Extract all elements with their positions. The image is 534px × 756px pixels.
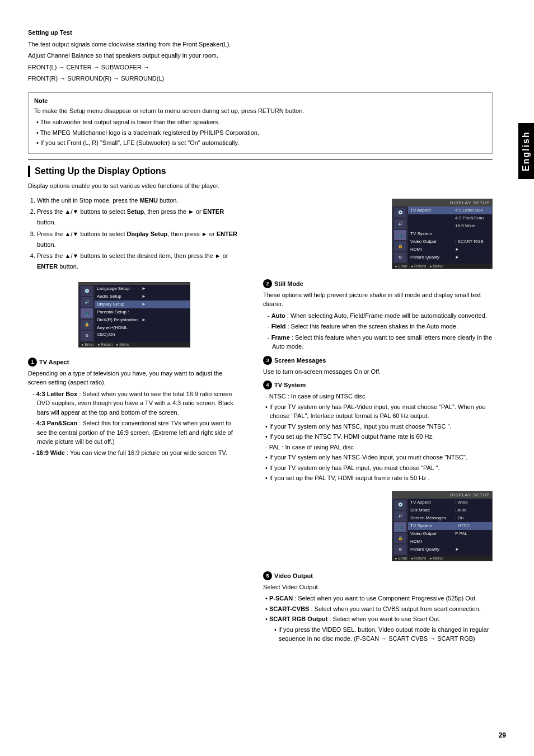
tvsys-row-video-output: Video Output P PAL [408, 530, 492, 538]
still-mode-frame: - Frame : Select this feature when you w… [263, 333, 493, 351]
screen-messages-desc: Use to turn on-screen messages On or Off… [263, 367, 493, 377]
ds-right-top: TV Aspect 4:3 Letter Box 4:3 Pan&Scan [408, 206, 492, 264]
setting-up-test-para4: FRONT(R) → SURROUND(R) → SURROUND(L) [28, 74, 493, 83]
still-mode-field: - Field : Select this feature when the s… [263, 322, 493, 331]
page-container: English Setting up Test The test output … [0, 0, 534, 756]
ds-bottom-top: ● Enter ● Return ● Menu [392, 264, 492, 269]
still-mode-options: - Auto : When selecting Auto, Field/Fram… [263, 311, 493, 351]
tvsys-row-picture: Picture Quality ► [408, 546, 492, 553]
menu-mockup-left-icons: 💿 🔊 📺 🔒 ⚙ [79, 285, 95, 342]
still-mode-intro: These options will help prevent picture … [263, 290, 493, 309]
setting-up-test-section: Setting up Test The test output signals … [28, 28, 493, 83]
tv-system-menu-wrapper: DISPLAY SETUP 💿 🔊 📺 🔒 ⚙ [263, 487, 493, 565]
ds-row-video-output: Video Output : SCART RGB [408, 238, 492, 246]
tv-system-menu: DISPLAY SETUP 💿 🔊 📺 🔒 ⚙ [392, 491, 493, 561]
still-mode-num: 2 [263, 279, 272, 288]
left-column: With the unit in Stop mode, press the ME… [28, 195, 241, 645]
tv-system-b6: • If your TV system only has NTSC-Video … [263, 453, 493, 462]
menu-row-anynet: Anynet+(HDMI-CEC):On [95, 324, 190, 339]
icon-disc: 💿 [81, 286, 93, 296]
display-options-intro: Display options enable you to set variou… [28, 181, 493, 191]
note-title: Note [34, 97, 486, 104]
display-setup-menu-wrapper-top: DISPLAY SETUP 💿 🔊 📺 🔒 ⚙ [263, 195, 493, 273]
tv-aspect-option-1: - 4:3 Letter Box : Select when you want … [28, 389, 241, 417]
two-col-layout: With the unit in Stop mode, press the ME… [28, 195, 493, 645]
step-3: Press the ▲/▼ buttons to select Display … [37, 229, 241, 250]
tv-sys-left-icons: 💿 🔊 📺 🔒 ⚙ [392, 499, 408, 556]
vo-option-scart-cvbs: • SCART-CVBS : Select when you want to C… [263, 604, 493, 614]
tv-system-b1: - NTSC : In case of using NTSC disc [263, 392, 493, 401]
right-column: DISPLAY SETUP 💿 🔊 📺 🔒 ⚙ [257, 195, 493, 645]
video-output-title: Video Output [274, 572, 313, 579]
tv-aspect-intro: Depending on a type of television you ha… [28, 369, 241, 387]
icon-lock: 🔒 [81, 320, 93, 330]
tv-system-title: TV System [274, 382, 306, 388]
vo-note: • If you press the VIDEO SEL. button, Vi… [263, 625, 493, 644]
tv-sys-right: TV Aspect : Wide Still Mode : Auto Scree… [408, 499, 492, 556]
tv-aspect-options: - 4:3 Letter Box : Select when you want … [28, 389, 241, 458]
still-mode-auto: - Auto : When selecting Auto, Field/Fram… [263, 311, 493, 321]
screen-messages-header: 3 Screen Messages [263, 356, 493, 365]
screen-messages-num: 3 [263, 356, 272, 365]
step-2: Press the ▲/▼ buttons to select Setup, t… [37, 206, 241, 227]
tvsys-row-screen: Screen Messages : On [408, 514, 492, 522]
tv-system-b3: • If your TV system only has NTSC, input… [263, 422, 493, 431]
display-setup-menu-top: DISPLAY SETUP 💿 🔊 📺 🔒 ⚙ [392, 199, 493, 269]
menu-mockup-bottom-bar: ● Enter ● Return ● Menu [79, 342, 190, 347]
menu-row-divx: DivX(R) Registration ► [95, 316, 190, 324]
tv-aspect-title: TV Aspect [39, 359, 69, 365]
tv-system-b2: • If your TV system only has PAL-Video i… [263, 402, 493, 421]
tv-system-b8: • If you set up the PAL TV, HDMI output … [263, 473, 493, 483]
tv-system-b7: • If your TV system only has PAL input, … [263, 463, 493, 473]
setting-up-test-para2: Adjust Channel Balance so that speakers … [28, 51, 493, 60]
ds-row-tv-aspect: TV Aspect 4:3 Letter Box [408, 206, 492, 214]
tvsys-icon-5: ⚙ [394, 544, 406, 555]
tvsys-icon-3: 📺 [394, 522, 406, 532]
ds-row-hdmi: HDMI ► [408, 246, 492, 253]
menu-mockup-wrapper: 💿 🔊 📺 🔒 ⚙ Language Setup ► [28, 278, 241, 352]
icon-setup: ⚙ [81, 331, 93, 341]
tv-system-menu-header: DISPLAY SETUP [392, 491, 492, 499]
ds-icon-3: 📺 [394, 230, 406, 240]
menu-mockup-right: Language Setup ► Audio Setup ► Display S… [95, 285, 190, 342]
video-output-header: 5 Video Output [263, 571, 493, 580]
tvsys-row-aspect: TV Aspect : Wide [408, 499, 492, 506]
tv-aspect-num: 1 [28, 358, 37, 367]
tv-system-num: 4 [263, 381, 272, 389]
step-4: Press the ▲/▼ buttons to select the desi… [37, 251, 241, 271]
ds-left-icons-top: 💿 🔊 📺 🔒 ⚙ [392, 206, 408, 264]
display-setup-header-top: DISPLAY SETUP [392, 199, 492, 206]
tvsys-row-hdmi: HDMI [408, 538, 492, 546]
tvsys-row-still: Still Mode : Auto [408, 506, 492, 514]
icon-audio: 🔊 [81, 297, 93, 307]
tv-aspect-header: 1 TV Aspect [28, 358, 241, 367]
ds-icon-1: 💿 [394, 208, 406, 218]
icon-display: 📺 [81, 308, 93, 318]
menu-mockup-table: 💿 🔊 📺 🔒 ⚙ Language Setup ► [79, 285, 190, 342]
video-output-intro: Select Video Output. [263, 583, 493, 592]
note-bullet-3: • If you set Front (L, R) "Small", LFE (… [34, 138, 486, 148]
video-output-options: • P-SCAN : Select when you want to use C… [263, 594, 493, 644]
still-mode-title: Still Mode [274, 280, 303, 287]
tv-system-bullets: - NTSC : In case of using NTSC disc • If… [263, 392, 493, 483]
tv-system-b5: - PAL : In case of using PAL disc [263, 443, 493, 452]
note-bullet-2: • The MPEG Multichannel logo is a tradem… [34, 128, 486, 138]
screen-messages-title: Screen Messages [274, 357, 326, 364]
menu-row-display: Display Setup ► [95, 300, 190, 308]
menu-row-parental: Parental Setup : [95, 308, 190, 316]
menu-mockup: 💿 🔊 📺 🔒 ⚙ Language Setup ► [78, 282, 190, 348]
setting-up-test-title: Setting up Test [28, 28, 493, 37]
vo-option-pscan: • P-SCAN : Select when you want to use C… [263, 594, 493, 603]
vo-option-scart-rgb: • SCART RGB Output : Select when you wan… [263, 614, 493, 624]
setting-up-test-para1: The test output signals come clockwise s… [28, 40, 493, 49]
menu-row-audio: Audio Setup ► [95, 293, 190, 300]
english-tab: English [518, 123, 534, 179]
note-para1: To make the Setup menu disappear or retu… [34, 106, 486, 116]
right-col-inner: DISPLAY SETUP 💿 🔊 📺 🔒 ⚙ [257, 195, 493, 644]
tv-aspect-option-3: - 16:9 Wide : You can view the full 16:9… [28, 448, 241, 458]
video-output-num: 5 [263, 571, 272, 580]
lang-tab-label: English [521, 131, 531, 171]
tvsys-icon-2: 🔊 [394, 511, 406, 521]
ds-icon-4: 🔒 [394, 241, 406, 251]
ds-row-pan-scan: 4:3 Pan&Scan [408, 214, 492, 222]
